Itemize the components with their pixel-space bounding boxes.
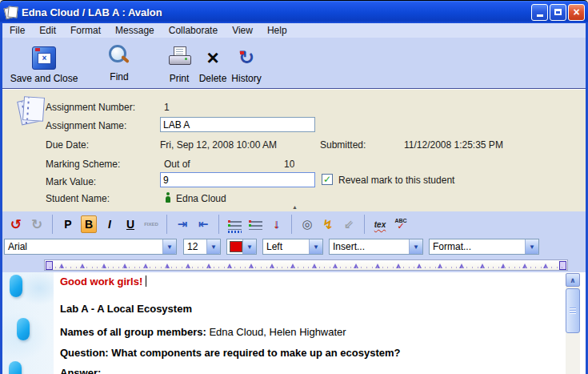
indent-decrease-button[interactable]: ⇤ [195,215,211,233]
tab-stop-marker[interactable] [206,263,211,268]
menu-file[interactable]: File [2,25,32,36]
teacher-comment: Good work girls! [60,275,146,288]
tab-stop-marker[interactable] [396,263,401,268]
tab-stop-marker[interactable] [122,263,127,268]
tab-stop-marker[interactable] [59,263,64,268]
chevron-down-icon: ▼ [242,239,256,254]
find-icon [107,44,131,68]
reveal-mark-checkbox[interactable]: ✓ [322,174,333,185]
separator [364,215,365,234]
apply-formatting-button[interactable]: ⇙ [341,215,357,233]
reveal-mark-label: Reveal mark to this student [338,175,454,186]
bold-button[interactable]: B [81,215,97,233]
minimize-icon [537,14,543,17]
assignment-name-input[interactable]: LAB A [160,117,315,132]
tab-stop-marker[interactable] [312,263,317,268]
spell-as-you-type-button[interactable]: tex [372,215,388,233]
spell-check-icon: ABC ✓ [394,218,406,231]
insert-object-button[interactable]: ◎ [299,215,315,233]
insert-signature-button[interactable]: ↓ [268,215,284,233]
window-icon [4,5,18,19]
unquote-button[interactable] [247,215,263,233]
mark-value-input[interactable]: 9 [160,172,315,187]
scroll-up-button[interactable]: ∧ [566,273,580,287]
collapse-pane-icon[interactable]: ▲ [292,204,298,210]
right-indent-marker[interactable] [559,261,566,270]
maximize-icon [554,9,562,15]
plain-style-button[interactable]: P [60,215,76,233]
left-indent-marker[interactable] [46,261,53,270]
tab-stop-marker[interactable] [227,263,232,268]
tab-stop-marker[interactable] [480,263,485,268]
student-name-value[interactable]: Edna Cloud [176,193,226,204]
italic-button[interactable]: I [102,215,118,233]
menu-message[interactable]: Message [108,25,162,36]
student-name-label: Student Name: [46,193,110,204]
vertical-scrollbar[interactable]: ∧ [566,273,580,374]
decorative-capsule [10,275,22,297]
save-and-close-button[interactable]: × Save and Close [7,44,81,84]
assignment-document-icon [18,96,46,123]
ruler[interactable] [44,259,568,271]
separator [218,215,219,234]
tab-stop-marker[interactable] [249,263,254,268]
tab-stop-marker[interactable] [459,263,464,268]
submitted-value: 11/12/2008 1:25:35 PM [404,139,503,151]
format-toolbar: ↺ ↻ P B I U FIXED ⇥ ⇤ ↓ ◎ ↯ ⇙ tex ABC ✓ [2,211,586,237]
tab-stop-marker[interactable] [375,263,380,268]
indent-increase-button[interactable]: ⇥ [174,215,190,233]
text-cursor [146,275,146,287]
font-select[interactable]: Arial ▼ [4,239,177,255]
quote-button[interactable] [226,215,242,233]
tab-stop-marker[interactable] [501,263,506,268]
text-color-select[interactable]: ▼ [226,239,257,255]
tab-stop-marker[interactable] [143,263,148,268]
copy-formatting-button[interactable]: ↯ [320,215,336,233]
menu-collaborate[interactable]: Collaborate [162,25,225,36]
checkmark-icon: ✓ [323,175,331,184]
lab-title: Lab A - A Local Ecosystem [60,303,192,315]
history-button[interactable]: ↻ History [229,44,264,84]
format-select[interactable]: Format... ▼ [429,239,539,255]
print-button[interactable]: Print [162,44,196,84]
editor-surface[interactable]: Good work girls! Lab A - A Local Ecosyst… [2,272,586,374]
close-button[interactable]: × [568,4,585,21]
redo-button[interactable]: ↻ [29,215,45,233]
chevron-down-icon: ▼ [409,239,422,254]
ruler-row [2,257,586,272]
tab-stop-marker[interactable] [80,263,85,268]
menu-view[interactable]: View [225,25,260,36]
tab-stop-marker[interactable] [270,263,274,268]
spell-as-you-type-icon: tex [374,220,386,229]
menu-edit[interactable]: Edit [32,25,63,36]
tab-stop-marker[interactable] [186,263,190,268]
tab-stop-marker[interactable] [543,263,548,268]
align-select[interactable]: Left ▼ [262,239,323,255]
mark-value-label: Mark Value: [46,176,96,187]
font-size-select[interactable]: 12 ▼ [183,239,221,255]
tab-stop-marker[interactable] [438,263,442,268]
maximize-button[interactable] [550,4,566,21]
underline-button[interactable]: U [122,215,138,233]
undo-button[interactable]: ↺ [8,215,24,233]
find-button[interactable]: Find [97,42,142,82]
delete-button[interactable]: × Delete [196,44,230,84]
insert-select[interactable]: Insert... ▼ [329,239,423,255]
title-bar[interactable]: Edna Cloud / LAB A : Avalon × [0,0,588,23]
assignment-form: Assignment Number: 1 Assignment Name: LA… [2,89,586,207]
decorative-capsule [17,318,30,340]
menu-format[interactable]: Format [63,25,108,36]
tab-stop-marker[interactable] [102,263,106,268]
tab-stop-marker[interactable] [333,263,338,268]
minimize-button[interactable] [531,4,548,21]
tab-stop-marker[interactable] [165,263,170,268]
tab-stop-marker[interactable] [522,263,527,268]
history-icon: ↻ [238,48,254,67]
tab-stop-marker[interactable] [354,263,358,268]
tab-stop-marker[interactable] [290,263,295,268]
menu-help[interactable]: Help [260,25,294,36]
fixed-font-button[interactable]: FIXED [143,215,159,233]
scrollbar-thumb[interactable] [566,288,580,333]
tab-stop-marker[interactable] [417,263,422,268]
spell-check-button[interactable]: ABC ✓ [393,215,409,233]
